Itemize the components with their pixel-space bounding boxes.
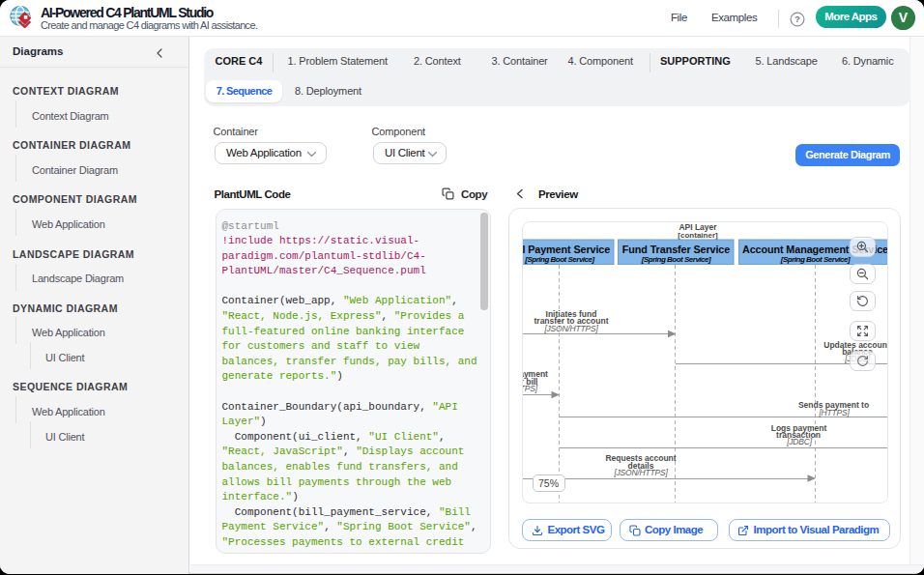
svg-text:[JDBC]: [JDBC] xyxy=(786,437,813,446)
svg-text:[JSON/HTTPS]: [JSON/HTTPS] xyxy=(543,324,598,333)
svg-text:[HTTPS]: [HTTPS] xyxy=(523,384,538,393)
svg-text:[Spring Boot Service]: [Spring Boot Service] xyxy=(779,255,850,264)
svg-text:[HTTPS]: [HTTPS] xyxy=(818,408,850,417)
svg-text:?: ? xyxy=(794,14,800,24)
svg-text:[JSON/HTTPS]: [JSON/HTTPS] xyxy=(613,468,668,477)
svg-text:Bill Payment Service: Bill Payment Service xyxy=(523,244,610,255)
svg-text:[container]: [container] xyxy=(678,231,718,240)
svg-text:Fund Transfer Service: Fund Transfer Service xyxy=(621,244,729,255)
svg-text:[Spring Boot Service]: [Spring Boot Service] xyxy=(524,255,594,264)
svg-text:[Spring Boot Service]: [Spring Boot Service] xyxy=(640,255,710,264)
